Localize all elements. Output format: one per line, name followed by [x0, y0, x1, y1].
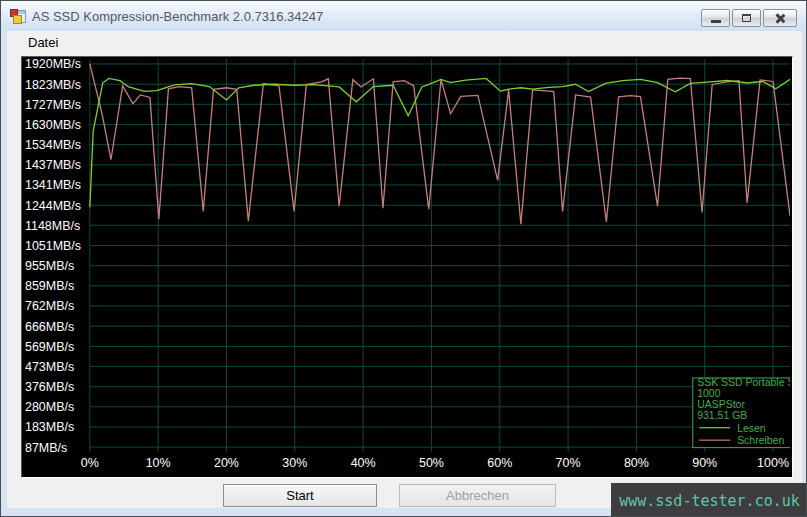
svg-text:666MB/s: 666MB/s [25, 320, 74, 334]
svg-text:60%: 60% [487, 456, 512, 470]
window-title: AS SSD Kompression-Benchmark 2.0.7316.34… [32, 9, 323, 24]
app-icon [10, 8, 26, 24]
menu-bar: Datei [7, 31, 802, 54]
svg-text:1437MB/s: 1437MB/s [25, 158, 81, 172]
svg-text:87MB/s: 87MB/s [25, 441, 67, 455]
minimize-icon [711, 20, 721, 23]
svg-text:1000: 1000 [697, 388, 720, 399]
chart-legend: SSK SSD Portable S1000UASPStor931,51 GBL… [693, 377, 790, 447]
svg-text:Lesen: Lesen [737, 423, 766, 434]
cancel-button: Abbrechen [399, 484, 556, 507]
benchmark-chart-svg: 1920MB/s1823MB/s1727MB/s1630MB/s1534MB/s… [22, 57, 790, 475]
svg-text:50%: 50% [419, 456, 444, 470]
svg-text:UASPStor: UASPStor [697, 399, 745, 410]
svg-text:1341MB/s: 1341MB/s [25, 178, 81, 192]
svg-text:100%: 100% [757, 456, 789, 470]
watermark: www.ssd-tester.co.uk [611, 483, 807, 517]
svg-text:1244MB/s: 1244MB/s [25, 199, 81, 213]
svg-text:955MB/s: 955MB/s [25, 259, 74, 273]
svg-text:70%: 70% [556, 456, 581, 470]
svg-text:20%: 20% [214, 456, 239, 470]
start-button[interactable]: Start [223, 484, 377, 507]
svg-text:859MB/s: 859MB/s [25, 279, 74, 293]
svg-text:40%: 40% [351, 456, 376, 470]
svg-text:762MB/s: 762MB/s [25, 299, 74, 313]
maximize-icon [742, 14, 751, 22]
svg-text:0%: 0% [81, 456, 99, 470]
app-window: AS SSD Kompression-Benchmark 2.0.7316.34… [0, 0, 807, 517]
svg-text:1823MB/s: 1823MB/s [25, 78, 81, 92]
svg-text:280MB/s: 280MB/s [25, 400, 74, 414]
svg-text:931,51 GB: 931,51 GB [697, 410, 747, 421]
close-icon [774, 13, 786, 24]
svg-text:10%: 10% [146, 456, 171, 470]
svg-text:183MB/s: 183MB/s [25, 421, 74, 435]
svg-text:473MB/s: 473MB/s [25, 360, 74, 374]
title-bar[interactable]: AS SSD Kompression-Benchmark 2.0.7316.34… [1, 1, 806, 31]
maximize-button[interactable] [732, 9, 761, 27]
close-button[interactable] [763, 9, 797, 27]
menu-item-datei[interactable]: Datei [21, 33, 65, 52]
window-controls [701, 9, 797, 27]
svg-text:30%: 30% [282, 456, 307, 470]
svg-text:1148MB/s: 1148MB/s [25, 219, 80, 233]
benchmark-chart: 1920MB/s1823MB/s1727MB/s1630MB/s1534MB/s… [21, 56, 793, 478]
svg-text:1630MB/s: 1630MB/s [25, 118, 81, 132]
svg-text:1534MB/s: 1534MB/s [25, 138, 81, 152]
svg-text:1920MB/s: 1920MB/s [25, 57, 81, 71]
svg-text:Schreiben: Schreiben [737, 435, 784, 446]
svg-text:SSK SSD Portable S: SSK SSD Portable S [697, 377, 790, 388]
svg-text:80%: 80% [624, 456, 649, 470]
svg-text:569MB/s: 569MB/s [25, 340, 74, 354]
svg-text:1051MB/s: 1051MB/s [25, 239, 81, 253]
minimize-button[interactable] [701, 9, 730, 27]
svg-text:90%: 90% [692, 456, 717, 470]
svg-text:1727MB/s: 1727MB/s [25, 98, 81, 112]
svg-text:376MB/s: 376MB/s [25, 380, 74, 394]
